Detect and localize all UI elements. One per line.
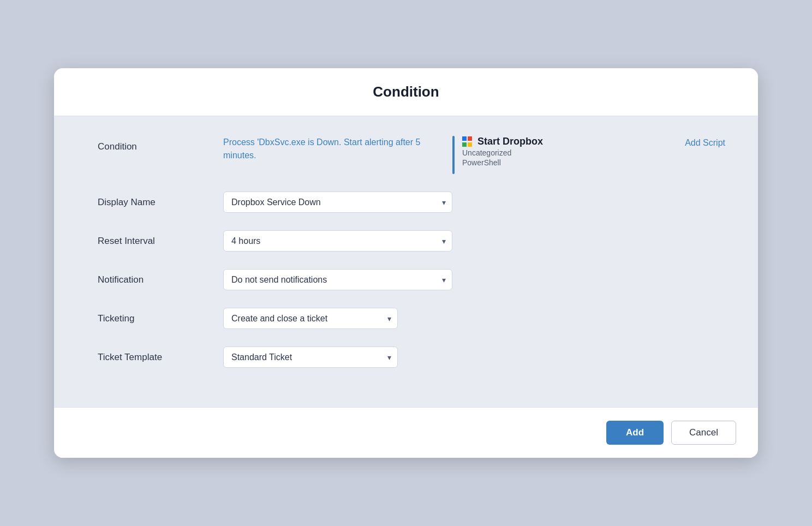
ticket-template-label: Ticket Template	[98, 346, 223, 363]
display-name-label: Display Name	[98, 192, 223, 208]
notification-row: Notification Do not send notifications S…	[98, 269, 725, 290]
script-details: Start Dropbox Uncategorized PowerShell	[462, 136, 543, 167]
notification-select[interactable]: Do not send notifications Send email Sen…	[223, 269, 452, 290]
modal-body: Condition Process 'DbxSvc.exe is Down. S…	[54, 116, 758, 407]
ticketing-row: Ticketing Create and close a ticket Crea…	[98, 308, 725, 329]
modal-footer: Add Cancel	[54, 407, 758, 458]
notification-select-wrapper: Do not send notifications Send email Sen…	[223, 269, 452, 290]
ticket-template-control: Standard Ticket High Priority Low Priori…	[223, 346, 725, 368]
condition-label: Condition	[98, 136, 223, 152]
ticketing-select-wrapper: Create and close a ticket Create ticket …	[223, 308, 398, 329]
windows-icon	[462, 136, 473, 147]
modal-container: Condition Condition Process 'DbxSvc.exe …	[54, 68, 758, 458]
reset-interval-select[interactable]: 1 hour 2 hours 4 hours 8 hours 24 hours	[223, 230, 452, 252]
notification-label: Notification	[98, 269, 223, 285]
display-name-select-wrapper: Dropbox Service Down Custom Name ▾	[223, 192, 452, 213]
modal-title: Condition	[76, 83, 736, 100]
script-info: Start Dropbox Uncategorized PowerShell	[452, 136, 543, 174]
cancel-button[interactable]: Cancel	[671, 421, 736, 445]
ticket-template-select[interactable]: Standard Ticket High Priority Low Priori…	[223, 346, 398, 368]
display-name-select[interactable]: Dropbox Service Down Custom Name	[223, 192, 452, 213]
reset-interval-select-wrapper: 1 hour 2 hours 4 hours 8 hours 24 hours …	[223, 230, 452, 252]
ticketing-label: Ticketing	[98, 308, 223, 324]
add-script-button[interactable]: Add Script	[685, 136, 725, 150]
ticket-template-select-wrapper: Standard Ticket High Priority Low Priori…	[223, 346, 398, 368]
display-name-control: Dropbox Service Down Custom Name ▾	[223, 192, 725, 213]
reset-interval-label: Reset Interval	[98, 230, 223, 247]
condition-text: Process 'DbxSvc.exe is Down. Start alert…	[223, 136, 431, 162]
script-category: Uncategorized	[462, 148, 543, 157]
condition-row: Condition Process 'DbxSvc.exe is Down. S…	[98, 136, 725, 174]
condition-control-area: Process 'DbxSvc.exe is Down. Start alert…	[223, 136, 725, 174]
script-name: Start Dropbox	[462, 136, 543, 147]
reset-interval-row: Reset Interval 1 hour 2 hours 4 hours 8 …	[98, 230, 725, 252]
modal-header: Condition	[54, 68, 758, 116]
script-type: PowerShell	[462, 158, 543, 167]
script-bar-decoration	[452, 136, 455, 174]
add-button[interactable]: Add	[606, 421, 664, 445]
display-name-row: Display Name Dropbox Service Down Custom…	[98, 192, 725, 213]
notification-control: Do not send notifications Send email Sen…	[223, 269, 725, 290]
ticket-template-row: Ticket Template Standard Ticket High Pri…	[98, 346, 725, 368]
reset-interval-control: 1 hour 2 hours 4 hours 8 hours 24 hours …	[223, 230, 725, 252]
ticketing-control: Create and close a ticket Create ticket …	[223, 308, 725, 329]
ticketing-select[interactable]: Create and close a ticket Create ticket …	[223, 308, 398, 329]
